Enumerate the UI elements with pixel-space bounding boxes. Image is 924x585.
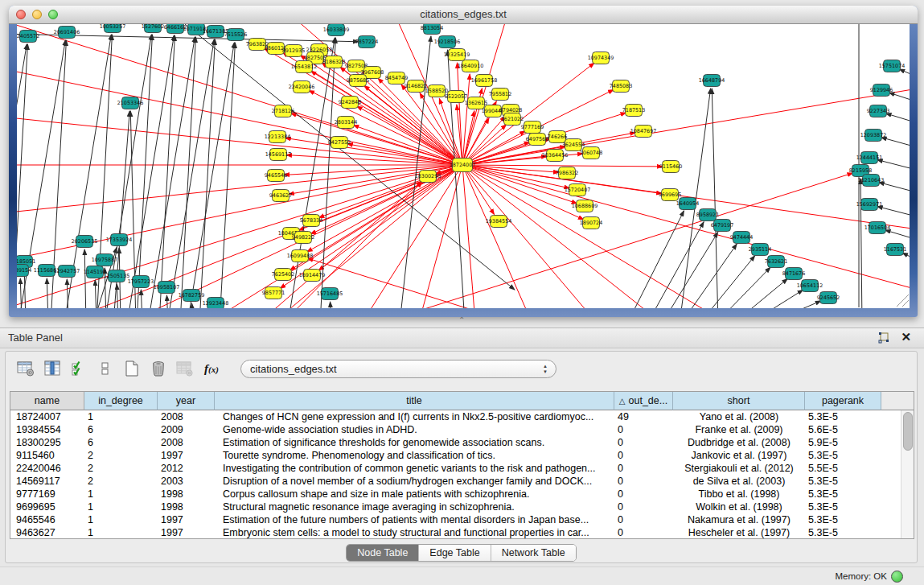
table-cell: Tibbo et al. (1998) [673, 488, 805, 500]
table-cell: 0 [614, 514, 673, 525]
column-header-out-de-[interactable]: △out_de... [614, 392, 673, 410]
memory-status-label: Memory: OK [835, 571, 887, 581]
show-column-icon[interactable] [42, 358, 63, 379]
network-node-label: 12213384 [265, 134, 291, 140]
column-header-label: year [176, 395, 195, 406]
network-node-label: 5678334 [300, 217, 322, 224]
network-edge [148, 37, 195, 308]
network-node-label: 8912935 [282, 47, 305, 54]
table-cell: 2008 [158, 437, 215, 448]
tab-edge-table[interactable]: Edge Table [419, 545, 491, 561]
column-settings-icon[interactable] [15, 358, 36, 379]
table-cell: 5.3E-5 [805, 411, 881, 422]
network-node-label: 20206535 [72, 238, 98, 245]
window-titlebar[interactable]: citations_edges.txt [9, 6, 918, 24]
table-row[interactable]: 1456911722003Disruption of a novel membe… [10, 475, 914, 488]
table-cell: 9463627 [10, 527, 84, 538]
network-edge [363, 165, 462, 308]
network-node-label: 9777169 [521, 124, 544, 130]
select-all-icon[interactable] [68, 358, 89, 379]
table-row[interactable]: 1830029562008Estimation of significance … [10, 436, 914, 449]
table-row[interactable]: 1872400712008Changes of HCN gene express… [10, 410, 914, 423]
window-resize-grip[interactable] [897, 295, 909, 307]
table-cell: 5.3E-5 [805, 514, 881, 525]
network-node-label: 15692971 [856, 201, 883, 208]
network-node-label: 9245652 [817, 295, 840, 301]
network-node-label: 16914479 [299, 272, 326, 278]
column-header-filler [881, 392, 914, 410]
cytoscape-app: citations_edges.txt 24055722069140610053… [0, 0, 924, 585]
network-node-label: 9474444 [730, 234, 753, 241]
network-node-label: 18300295 [415, 173, 441, 179]
table-cell: 5.3E-5 [805, 527, 881, 538]
table-cell: 18300295 [10, 437, 84, 448]
table-row[interactable]: 946554611997Estimation of the future num… [10, 513, 914, 526]
network-graph[interactable]: 2405572206914061005325715276026466162107… [17, 24, 910, 308]
network-node-label: 1362615 [465, 100, 487, 106]
network-node-label: 9129946 [870, 87, 893, 93]
network-node-label: 7857224 [355, 39, 378, 45]
network-node-label: 8186328 [322, 59, 345, 65]
panel-divider[interactable]: ⌃ [0, 317, 924, 328]
scrollbar-thumb[interactable] [903, 412, 913, 451]
network-node-label: 7625402 [272, 271, 294, 278]
float-panel-icon[interactable] [877, 332, 890, 344]
unselect-all-icon[interactable] [95, 358, 116, 379]
table-row[interactable]: 946362711997Embryonic stem cells: a mode… [10, 526, 914, 539]
table-cell: Genome-wide association studies in ADHD. [215, 424, 614, 435]
window-minimize-button[interactable] [32, 10, 42, 19]
column-header-name[interactable]: name [10, 392, 84, 410]
network-node-label: 8427552 [328, 139, 351, 146]
network-edge [95, 280, 97, 308]
column-header-in-degree[interactable]: in_degree [84, 392, 158, 410]
network-edge [716, 267, 770, 308]
tab-node-table[interactable]: Node Table [347, 545, 419, 561]
delete-row-icon[interactable] [148, 358, 169, 379]
table-row[interactable]: 911546021997Tourette syndrome. Phenomeno… [10, 449, 914, 462]
column-header-short[interactable]: short [673, 392, 805, 410]
table-cell: 0 [614, 488, 673, 500]
table-cell: 2 [84, 463, 158, 474]
network-node-label: 1527602 [142, 24, 164, 30]
network-edge [462, 165, 663, 167]
network-node-label: 10958107 [154, 284, 180, 290]
network-canvas[interactable]: 2405572206914061005325715276026466162107… [17, 24, 910, 308]
table-cell: Dudbridge et al. (2008) [673, 437, 805, 448]
network-edge [141, 290, 142, 308]
network-node-label: 9115460 [659, 163, 682, 170]
column-header-title[interactable]: title [215, 392, 614, 410]
table-cell: 5.3E-5 [805, 501, 881, 513]
close-panel-icon[interactable]: ✕ [901, 330, 911, 344]
network-node-label: 12093872 [860, 132, 887, 138]
window-zoom-button[interactable] [48, 10, 58, 19]
table-row[interactable]: 2242004622012Investigating the contribut… [10, 462, 914, 475]
table-row[interactable]: 969969511998Structural magnetic resonanc… [10, 501, 914, 513]
table-cell: 5.6E-5 [805, 424, 881, 435]
network-edge [331, 302, 331, 308]
column-header-year[interactable]: year [158, 392, 215, 410]
tab-network-table[interactable]: Network Table [491, 545, 576, 561]
function-builder-icon[interactable]: f(x) [201, 358, 222, 379]
table-cell: 2012 [158, 463, 215, 474]
table-scrollbar[interactable] [901, 410, 914, 538]
network-node-label: 14569117 [265, 151, 292, 158]
network-node-label: 20691406 [54, 29, 80, 35]
network-node-label: 9146821 [405, 83, 427, 89]
network-node-label: 12942757 [54, 268, 80, 274]
memory-status-indicator[interactable] [891, 571, 903, 583]
network-node-label: 7485083 [610, 83, 632, 89]
column-header-pagerank[interactable]: pagerank [805, 392, 881, 410]
table-cell: 2008 [158, 411, 215, 422]
table-cell: Jankovic et al. (1997) [673, 450, 805, 461]
window-close-button[interactable] [16, 10, 26, 19]
table-source-select[interactable]: citations_edges.txt ▲▼ [240, 360, 556, 378]
new-document-icon[interactable] [121, 358, 142, 379]
table-row[interactable]: 977716911998Corpus callosum shape and si… [10, 488, 914, 501]
table-cell: 1998 [158, 488, 215, 500]
network-node-label: 15716485 [317, 290, 343, 297]
network-edge [700, 256, 755, 308]
table-cell: 18724007 [10, 411, 84, 422]
table-row[interactable]: 1938455462009Genome-wide association stu… [10, 423, 914, 436]
table-tab-group: Node TableEdge TableNetwork Table [346, 544, 576, 562]
status-bar: Memory: OK [0, 566, 924, 585]
